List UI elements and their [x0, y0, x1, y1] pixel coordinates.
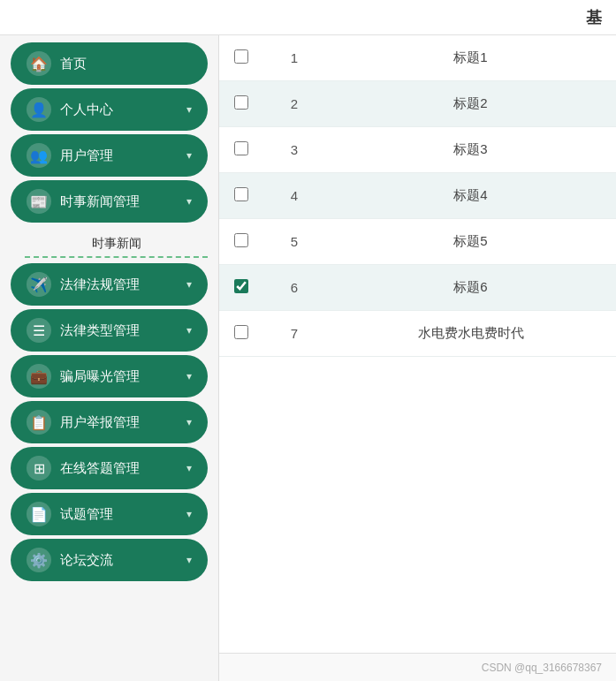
- page-title: 基: [586, 7, 602, 28]
- row-checkbox-6[interactable]: [234, 279, 248, 293]
- sidebar-label-quiz-mgmt: 在线答题管理: [60, 460, 140, 477]
- table-row: 6 标题6: [219, 265, 616, 311]
- row-checkbox-3[interactable]: [234, 141, 248, 155]
- sidebar-label-exam-mgmt: 试题管理: [60, 506, 113, 523]
- table-area: 1 标题1 2 标题2 3 标题3 4 标题4 5 标题5 6 标题6: [219, 35, 616, 653]
- row-id-cell: 3: [263, 127, 325, 173]
- report-mgmt-icon: 📋: [27, 410, 51, 435]
- sidebar-item-report-mgmt[interactable]: 📋 用户举报管理 ▾: [11, 401, 208, 443]
- home-icon: 🏠: [27, 51, 51, 76]
- table-row: 4 标题4: [219, 173, 616, 219]
- user-mgmt-icon: 👥: [27, 143, 51, 168]
- data-table: 1 标题1 2 标题2 3 标题3 4 标题4 5 标题5 6 标题6: [219, 35, 616, 357]
- sidebar-item-news-mgmt[interactable]: 📰 时事新闻管理 ▾: [11, 180, 208, 223]
- sidebar-label-forum-mgmt: 论坛交流: [60, 552, 113, 569]
- sidebar-item-personal[interactable]: 👤 个人中心 ▾: [11, 88, 208, 131]
- row-checkbox-cell: [219, 219, 263, 265]
- table-row: 1 标题1: [219, 35, 616, 81]
- row-id-cell: 6: [263, 265, 325, 311]
- exam-mgmt-icon: 📄: [27, 502, 51, 526]
- row-checkbox-cell: [219, 127, 263, 173]
- sidebar: 🏠 首页 👤 个人中心 ▾ 👥 用户管理 ▾ 📰 时事新闻管理 ▾ 时事新闻 ✈…: [0, 35, 219, 681]
- row-checkbox-cell: [219, 311, 263, 357]
- row-title-cell: 标题3: [325, 127, 616, 173]
- table-row: 7 水电费水电费时代: [219, 311, 616, 357]
- row-checkbox-cell: [219, 81, 263, 127]
- chevron-exam-mgmt-icon: ▾: [186, 508, 192, 520]
- sidebar-label-law-mgmt: 法律法规管理: [60, 276, 140, 293]
- content-area: 1 标题1 2 标题2 3 标题3 4 标题4 5 标题5 6 标题6: [219, 35, 616, 681]
- personal-icon: 👤: [27, 97, 51, 122]
- chevron-quiz-mgmt-icon: ▾: [186, 462, 192, 474]
- row-title-cell: 水电费水电费时代: [325, 311, 616, 357]
- row-title-cell: 标题5: [325, 219, 616, 265]
- chevron-user-mgmt-icon: ▾: [186, 149, 192, 162]
- expose-mgmt-icon: 💼: [27, 364, 51, 389]
- row-checkbox-2[interactable]: [234, 95, 248, 110]
- row-id-cell: 1: [263, 35, 325, 81]
- submenu-news-mgmt: 时事新闻: [11, 226, 208, 260]
- chevron-news-mgmt-icon: ▾: [186, 195, 192, 208]
- row-id-cell: 2: [263, 81, 325, 127]
- chevron-law-mgmt-icon: ▾: [186, 278, 192, 291]
- row-checkbox-4[interactable]: [234, 187, 248, 201]
- sidebar-label-home: 首页: [60, 56, 87, 72]
- sidebar-label-lawtype-mgmt: 法律类型管理: [60, 322, 140, 339]
- chevron-forum-mgmt-icon: ▾: [186, 554, 192, 566]
- row-title-cell: 标题2: [325, 81, 616, 127]
- sidebar-item-lawtype-mgmt[interactable]: ☰ 法律类型管理 ▾: [11, 309, 208, 352]
- row-checkbox-cell: [219, 265, 263, 311]
- forum-mgmt-icon: ⚙️: [27, 548, 51, 572]
- sidebar-item-exam-mgmt[interactable]: 📄 试题管理 ▾: [11, 493, 208, 535]
- row-checkbox-cell: [219, 35, 263, 81]
- sidebar-item-law-mgmt[interactable]: ✈️ 法律法规管理 ▾: [11, 263, 208, 306]
- row-checkbox-7[interactable]: [234, 325, 248, 339]
- law-mgmt-icon: ✈️: [27, 272, 51, 297]
- table-row: 3 标题3: [219, 127, 616, 173]
- chevron-expose-mgmt-icon: ▾: [186, 370, 192, 382]
- sidebar-item-user-mgmt[interactable]: 👥 用户管理 ▾: [11, 134, 208, 177]
- sidebar-item-home[interactable]: 🏠 首页: [11, 42, 208, 85]
- table-row: 5 标题5: [219, 219, 616, 265]
- row-id-cell: 4: [263, 173, 325, 219]
- sidebar-label-expose-mgmt: 骗局曝光管理: [60, 368, 140, 385]
- row-title-cell: 标题4: [325, 173, 616, 219]
- row-id-cell: 5: [263, 219, 325, 265]
- sidebar-label-user-mgmt: 用户管理: [60, 148, 113, 164]
- sidebar-item-quiz-mgmt[interactable]: ⊞ 在线答题管理 ▾: [11, 447, 208, 489]
- chevron-report-mgmt-icon: ▾: [186, 416, 192, 428]
- row-title-cell: 标题6: [325, 265, 616, 311]
- lawtype-mgmt-icon: ☰: [27, 318, 51, 343]
- sidebar-label-personal: 个人中心: [60, 102, 113, 118]
- sidebar-item-expose-mgmt[interactable]: 💼 骗局曝光管理 ▾: [11, 355, 208, 397]
- chevron-personal-icon: ▾: [186, 103, 192, 116]
- footer-bar: CSDN @qq_3166678367: [219, 653, 616, 681]
- row-id-cell: 7: [263, 311, 325, 357]
- news-mgmt-icon: 📰: [27, 189, 51, 214]
- footer-text: CSDN @qq_3166678367: [482, 662, 602, 674]
- submenu-item-时事新闻[interactable]: 时事新闻: [25, 231, 208, 258]
- row-checkbox-1[interactable]: [234, 49, 248, 64]
- row-title-cell: 标题1: [325, 35, 616, 81]
- table-row: 2 标题2: [219, 81, 616, 127]
- row-checkbox-cell: [219, 173, 263, 219]
- quiz-mgmt-icon: ⊞: [27, 456, 51, 480]
- row-checkbox-5[interactable]: [234, 233, 248, 247]
- sidebar-label-report-mgmt: 用户举报管理: [60, 414, 140, 431]
- sidebar-item-forum-mgmt[interactable]: ⚙️ 论坛交流 ▾: [11, 539, 208, 581]
- sidebar-label-news-mgmt: 时事新闻管理: [60, 193, 140, 210]
- chevron-lawtype-mgmt-icon: ▾: [186, 324, 192, 337]
